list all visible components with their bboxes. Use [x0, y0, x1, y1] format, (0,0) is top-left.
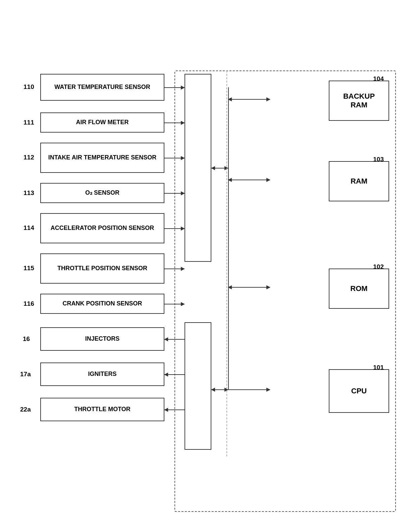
- sensor-box-112: INTAKE AIR TEMPERATURE SENSOR: [40, 143, 164, 173]
- right-label-102: ROM: [350, 284, 367, 293]
- label-110: 110: [23, 83, 34, 91]
- actuator-box-16: INJECTORS: [40, 327, 164, 351]
- label-104: 104: [373, 75, 384, 83]
- label-101: 101: [373, 364, 384, 371]
- right-label-104: BACKUPRAM: [343, 92, 375, 109]
- label-112: 112: [23, 154, 34, 161]
- arrow-bus-backupram: [228, 99, 270, 100]
- label-114: 114: [23, 224, 34, 232]
- leader-103-h: [352, 161, 362, 162]
- sensor-label-116: CRANK POSITION SENSOR: [62, 300, 142, 307]
- vbus-line: [228, 87, 229, 389]
- right-box-102: ROM: [329, 269, 389, 309]
- actuator-box-17a: IGNITERS: [40, 362, 164, 386]
- arrow-116: [164, 304, 185, 304]
- arrow-111: [164, 123, 185, 123]
- sensor-box-113: O₂ SENSOR: [40, 183, 164, 203]
- right-box-101: CPU: [329, 369, 389, 413]
- label-17a: 17a: [20, 371, 31, 378]
- arrow-113: [164, 193, 185, 194]
- label-116: 116: [23, 300, 34, 307]
- actuator-label-16: INJECTORS: [85, 335, 120, 343]
- arrow-bus-ram: [228, 180, 270, 180]
- label-111: 111: [23, 119, 34, 126]
- sensor-box-110: WATER TEMPERATURE SENSOR: [40, 74, 164, 101]
- dashed-separator: [226, 70, 227, 456]
- right-label-101: CPU: [351, 387, 367, 395]
- sensor-label-113: O₂ SENSOR: [85, 189, 119, 197]
- label-103: 103: [373, 156, 384, 163]
- arrow-17a: [164, 374, 185, 375]
- actuator-label-17a: IGNITERS: [88, 370, 116, 378]
- sensor-box-116: CRANK POSITION SENSOR: [40, 294, 164, 314]
- output-interface-box: [185, 322, 211, 450]
- arrow-22a: [164, 409, 185, 410]
- sensor-box-111: AIR FLOW METER: [40, 112, 164, 133]
- arrow-110: [164, 87, 185, 88]
- diagram-container: WATER TEMPERATURE SENSOR 110 AIR FLOW ME…: [13, 40, 403, 519]
- arrow-112: [164, 158, 185, 158]
- arrow-bus-cpu: [228, 389, 270, 390]
- actuator-box-22a: THROTTLE MOTOR: [40, 398, 164, 421]
- arrow-bus-rom: [228, 287, 270, 288]
- sensor-label-110: WATER TEMPERATURE SENSOR: [54, 83, 150, 91]
- sensor-label-112: INTAKE AIR TEMPERATURE SENSOR: [48, 154, 157, 161]
- leader-101-h: [352, 369, 362, 370]
- dbl-h-oi: [211, 389, 228, 390]
- right-box-103: RAM: [329, 161, 389, 201]
- label-102: 102: [373, 263, 384, 271]
- sensor-box-115: THROTTLE POSITION SENSOR: [40, 253, 164, 284]
- sensor-box-114: ACCELERATOR POSITION SENSOR: [40, 213, 164, 243]
- arrow-114: [164, 228, 185, 229]
- right-label-103: RAM: [351, 177, 367, 186]
- label-22a: 22a: [20, 406, 31, 413]
- label-115: 115: [23, 264, 34, 272]
- right-box-104: BACKUPRAM: [329, 81, 389, 121]
- leader-102-h: [352, 269, 362, 269]
- sensor-label-111: AIR FLOW METER: [76, 118, 129, 126]
- label-16: 16: [23, 335, 30, 343]
- arrow-115: [164, 269, 185, 269]
- sensor-label-114: ACCELERATOR POSITION SENSOR: [51, 224, 154, 232]
- label-113: 113: [23, 189, 34, 197]
- arrow-16: [164, 339, 185, 340]
- dbl-h-ii: [211, 168, 228, 168]
- input-interface-box: [185, 74, 211, 262]
- page-title: [0, 0, 416, 13]
- actuator-label-22a: THROTTLE MOTOR: [74, 405, 131, 413]
- leader-104-h: [352, 81, 362, 81]
- sensor-label-115: THROTTLE POSITION SENSOR: [57, 264, 147, 272]
